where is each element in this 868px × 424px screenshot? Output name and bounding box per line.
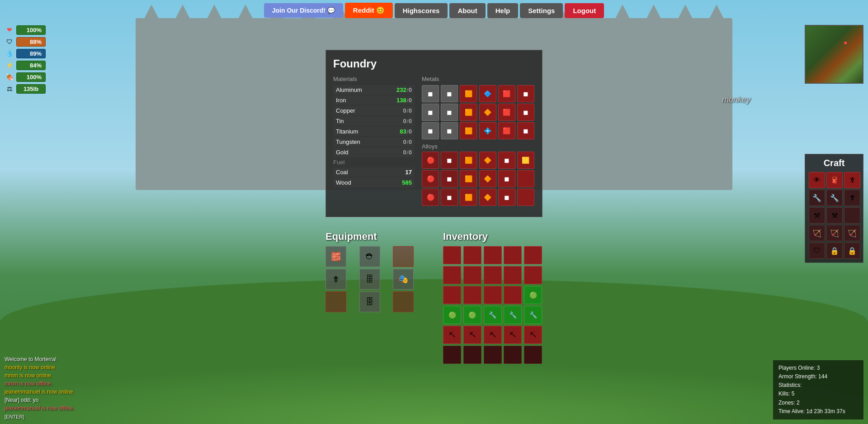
craft-slot[interactable]: ⚒ <box>809 207 825 224</box>
alloy-slot[interactable]: ◼ <box>498 152 515 169</box>
metal-slot[interactable]: 🟥 <box>498 104 515 121</box>
inv-slot[interactable] <box>484 266 502 284</box>
alloy-slot[interactable]: 🔴 <box>422 170 439 187</box>
metal-slot[interactable]: ◼ <box>422 85 439 102</box>
inv-slot[interactable]: ⛏ <box>524 326 542 344</box>
equip-slot[interactable]: 🗄 <box>359 291 380 312</box>
fuel-row-wood[interactable]: Wood 585 <box>333 178 415 187</box>
craft-slot[interactable]: 🗡 <box>844 172 860 188</box>
metal-slot[interactable]: 🔶 <box>479 104 496 121</box>
inv-slot[interactable]: 🔧 <box>504 306 522 324</box>
inv-slot[interactable] <box>443 246 461 264</box>
craft-slot[interactable]: 🏹 <box>826 225 843 241</box>
inv-slot[interactable]: 🔧 <box>524 306 542 324</box>
alloy-slot[interactable]: ◼ <box>441 170 458 187</box>
inv-slot[interactable]: 🔧 <box>484 306 502 324</box>
alloy-slot[interactable]: 🟧 <box>460 152 477 169</box>
metal-slot[interactable]: 🟧 <box>460 122 477 139</box>
inv-slot[interactable]: ⛏ <box>443 326 461 344</box>
material-row-tungsten[interactable]: Tungsten 0 / 0 <box>333 137 415 147</box>
craft-slot[interactable]: 🧣 <box>826 172 843 188</box>
metal-slot[interactable]: ◼ <box>441 104 458 121</box>
discord-button[interactable]: Join Our Discord! 💬 <box>264 3 343 18</box>
equip-slot[interactable]: ⛑ <box>359 246 380 267</box>
metal-slot[interactable]: ◼ <box>422 122 439 139</box>
craft-slot[interactable]: 🔒 <box>844 243 860 259</box>
inv-slot[interactable] <box>504 266 522 284</box>
alloy-slot[interactable]: 🟨 <box>517 152 534 169</box>
inv-slot[interactable] <box>484 246 502 264</box>
craft-slot[interactable]: 🏹 <box>844 225 860 241</box>
inv-slot[interactable] <box>463 246 481 264</box>
craft-slot[interactable]: 🗡 <box>844 190 860 206</box>
inv-slot[interactable]: ⛏ <box>504 326 522 344</box>
inv-slot[interactable] <box>463 286 481 304</box>
inv-slot[interactable]: 🟢 <box>524 286 542 304</box>
alloy-slot[interactable]: ◼ <box>498 170 515 187</box>
metal-slot[interactable]: 🟧 <box>460 85 477 102</box>
inv-slot[interactable]: ⛏ <box>484 326 502 344</box>
craft-slot[interactable]: 🔧 <box>809 190 825 206</box>
craft-slot[interactable]: 👁 <box>809 172 825 188</box>
craft-slot[interactable]: 🔒 <box>826 243 843 259</box>
inv-slot[interactable]: 🟢 <box>463 306 481 324</box>
metal-slot[interactable]: ◼ <box>441 122 458 139</box>
inv-slot[interactable] <box>443 346 461 364</box>
equip-slot[interactable]: 🎭 <box>393 269 414 290</box>
inv-slot[interactable]: 🟢 <box>443 306 461 324</box>
alloy-slot[interactable]: 🟧 <box>460 189 477 206</box>
reddit-button[interactable]: Reddit 😊 <box>345 3 393 18</box>
inv-slot[interactable]: ⛏ <box>463 326 481 344</box>
metal-slot[interactable]: 🟥 <box>498 85 515 102</box>
alloy-slot[interactable]: 🟧 <box>460 170 477 187</box>
craft-slot[interactable]: 🛡 <box>809 243 825 259</box>
inv-slot[interactable] <box>524 266 542 284</box>
material-row-tin[interactable]: Tin 0 / 0 <box>333 116 415 126</box>
inv-slot[interactable] <box>463 346 481 364</box>
inv-slot[interactable] <box>504 246 522 264</box>
metal-slot[interactable]: 🔷 <box>479 85 496 102</box>
alloy-slot[interactable]: ◼ <box>498 189 515 206</box>
inv-slot[interactable] <box>524 346 542 364</box>
inv-slot[interactable] <box>484 346 502 364</box>
alloy-slot[interactable]: 🔶 <box>479 152 496 169</box>
fuel-row-coal[interactable]: Coal 17 <box>333 167 415 177</box>
settings-button[interactable]: Settings <box>520 3 563 18</box>
metal-slot[interactable]: ◼ <box>517 85 534 102</box>
alloy-slot[interactable]: 🔶 <box>479 170 496 187</box>
inv-slot[interactable] <box>463 266 481 284</box>
highscores-button[interactable]: Highscores <box>395 3 448 18</box>
inv-slot[interactable] <box>504 286 522 304</box>
craft-slot[interactable]: 🏹 <box>809 225 825 241</box>
alloy-slot[interactable]: 🔶 <box>479 189 496 206</box>
logout-button[interactable]: Logout <box>565 3 604 18</box>
metal-slot[interactable]: ◼ <box>517 104 534 121</box>
metal-slot[interactable]: 🟥 <box>498 122 515 139</box>
equip-slot[interactable]: 🗄 <box>359 269 380 290</box>
inv-slot[interactable] <box>443 286 461 304</box>
metal-slot[interactable]: ◼ <box>517 122 534 139</box>
equip-slot[interactable]: 🗡 <box>326 269 346 290</box>
material-row-aluminum[interactable]: Aluminum 232 / 0 <box>333 85 415 95</box>
material-row-gold[interactable]: Gold 0 / 0 <box>333 148 415 157</box>
metal-slot[interactable]: 🟧 <box>460 104 477 121</box>
material-row-copper[interactable]: Copper 0 / 0 <box>333 106 415 115</box>
inv-slot[interactable] <box>484 286 502 304</box>
alloy-slot[interactable]: ◼ <box>441 152 458 169</box>
metal-slot[interactable]: ◼ <box>441 85 458 102</box>
alloy-slot[interactable] <box>517 189 534 206</box>
material-row-titanium[interactable]: Titanium 83 / 0 <box>333 127 415 136</box>
craft-slot[interactable]: 🔧 <box>826 190 843 206</box>
alloy-slot[interactable]: 🔴 <box>422 189 439 206</box>
about-button[interactable]: About <box>449 3 485 18</box>
craft-slot[interactable]: ⚒ <box>826 207 843 224</box>
material-row-iron[interactable]: Iron 138 / 0 <box>333 95 415 105</box>
chat-enter-hint[interactable]: [ENTER] <box>5 414 131 419</box>
inv-slot[interactable] <box>504 346 522 364</box>
alloy-slot[interactable] <box>517 170 534 187</box>
metal-slot[interactable]: 💠 <box>479 122 496 139</box>
inv-slot[interactable] <box>524 246 542 264</box>
metal-slot[interactable]: ◼ <box>422 104 439 121</box>
alloy-slot[interactable]: ◼ <box>441 189 458 206</box>
inv-slot[interactable] <box>443 266 461 284</box>
